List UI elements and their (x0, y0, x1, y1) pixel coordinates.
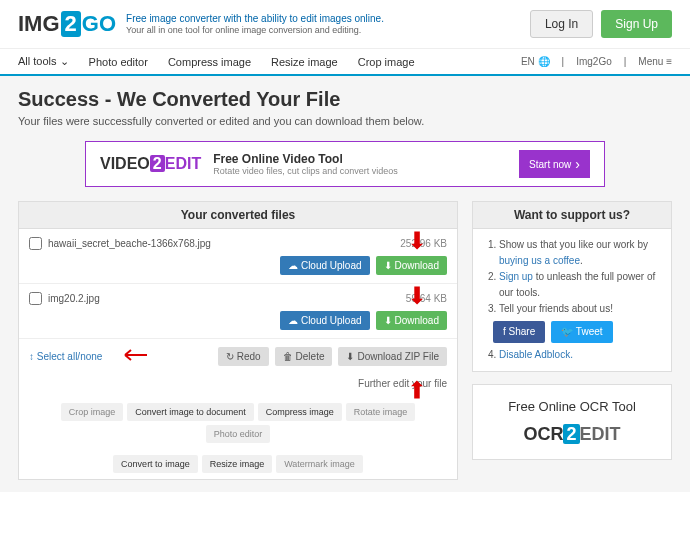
ocr-panel[interactable]: Free Online OCR Tool OCR2EDIT (472, 384, 672, 460)
columns: Your converted files hawaii_secret_beach… (18, 201, 672, 480)
page-title: Success - We Converted Your File (18, 88, 672, 111)
support-panel: Want to support us? Show us that you lik… (472, 201, 672, 372)
logo-two: 2 (61, 11, 81, 37)
download-icon: ⬇ (384, 315, 392, 326)
banner-title: Free Online Video Tool (213, 152, 398, 166)
adblock-link[interactable]: Disable Adblock. (499, 349, 573, 360)
chevron-right-icon: › (575, 156, 580, 172)
facebook-share-button[interactable]: f Share (493, 321, 545, 343)
nav: All tools ⌄ Photo editor Compress image … (0, 49, 690, 76)
file-row: img20.2.jpg 59.64 KB ☁Cloud Upload ⬇Down… (19, 284, 457, 339)
tagline-main: Free image converter with the ability to… (126, 12, 384, 25)
coffee-link[interactable]: buying us a coffee (499, 255, 580, 266)
redo-button[interactable]: ↻ Redo (218, 347, 269, 366)
banner-text: Free Online Video Tool Rotate video file… (213, 152, 398, 176)
tagline: Free image converter with the ability to… (126, 12, 384, 37)
banner-start-button[interactable]: Start now› (519, 150, 590, 178)
tool-watermark[interactable]: Watermark image (276, 455, 363, 473)
page-subtitle: Your files were successfully converted o… (18, 115, 672, 127)
file-name: hawaii_secret_beache-1366x768.jpg (48, 238, 211, 249)
support-item: Sign up to unleash the full power of our… (499, 269, 661, 301)
support-item: Show us that you like our work by buying… (499, 237, 661, 269)
tool-convert-doc[interactable]: Convert image to document (127, 403, 254, 421)
video-banner[interactable]: VIDEO2EDIT Free Online Video Tool Rotate… (85, 141, 605, 187)
header: IMG2GO Free image converter with the abi… (0, 0, 690, 49)
file-name: img20.2.jpg (48, 293, 100, 304)
ocr-title: Free Online OCR Tool (487, 399, 657, 414)
sidebar: Want to support us? Show us that you lik… (472, 201, 672, 480)
nav-lang[interactable]: EN 🌐 (521, 56, 550, 67)
nav-all-tools[interactable]: All tools ⌄ (18, 55, 69, 68)
file-row: hawaii_secret_beache-1366x768.jpg 252.96… (19, 229, 457, 284)
share-buttons: f Share 🐦 Tweet (483, 317, 661, 347)
file-checkbox[interactable] (29, 237, 42, 250)
support-header: Want to support us? (473, 202, 671, 229)
bulk-actions: ↕ Select all/none ↻ Redo 🗑 Delete ⬇ Down… (19, 339, 457, 374)
tool-compress[interactable]: Compress image (258, 403, 342, 421)
tagline-sub: Your all in one tool for online image co… (126, 25, 384, 37)
support-list: Show us that you like our work by buying… (473, 229, 671, 371)
files-header: Your converted files (19, 202, 457, 229)
content: Success - We Converted Your File Your fi… (0, 76, 690, 492)
banner-sub: Rotate video files, cut clips and conver… (213, 166, 398, 176)
file-size: 59.64 KB (406, 293, 447, 304)
further-edit-label: Further edit your file (19, 374, 457, 397)
download-button[interactable]: ⬇Download (376, 311, 447, 330)
nav-brand[interactable]: Img2Go (576, 56, 612, 67)
file-size: 252.96 KB (400, 238, 447, 249)
files-panel: Your converted files hawaii_secret_beach… (18, 201, 458, 480)
download-button[interactable]: ⬇Download (376, 256, 447, 275)
cloud-icon: ☁ (288, 315, 298, 326)
tool-photo-editor[interactable]: Photo editor (206, 425, 271, 443)
banner-logo: VIDEO2EDIT (100, 155, 201, 173)
logo-img: IMG (18, 11, 60, 37)
download-icon: ⬇ (384, 260, 392, 271)
nav-crop[interactable]: Crop image (358, 56, 415, 68)
support-item: Tell your friends about us! (499, 301, 661, 317)
signup-button[interactable]: Sign Up (601, 10, 672, 38)
login-button[interactable]: Log In (530, 10, 593, 38)
tool-rotate[interactable]: Rotate image (346, 403, 416, 421)
tool-convert-image[interactable]: Convert to image (113, 455, 198, 473)
cloud-upload-button[interactable]: ☁Cloud Upload (280, 256, 370, 275)
cloud-upload-button[interactable]: ☁Cloud Upload (280, 311, 370, 330)
select-all-link[interactable]: ↕ Select all/none (29, 351, 102, 362)
ocr-logo: OCR2EDIT (487, 424, 657, 445)
file-checkbox[interactable] (29, 292, 42, 305)
tool-crop[interactable]: Crop image (61, 403, 124, 421)
delete-button[interactable]: 🗑 Delete (275, 347, 333, 366)
logo-go: GO (82, 11, 116, 37)
cloud-icon: ☁ (288, 260, 298, 271)
logo[interactable]: IMG2GO (18, 11, 116, 37)
support-item: Disable Adblock. (499, 347, 661, 363)
annotation-arrow (119, 345, 149, 370)
twitter-tweet-button[interactable]: 🐦 Tweet (551, 321, 612, 343)
tool-row: Convert to image Resize image Watermark … (19, 449, 457, 479)
tool-row: Crop image Convert image to document Com… (19, 397, 457, 449)
nav-menu[interactable]: Menu ≡ (638, 56, 672, 67)
download-zip-button[interactable]: ⬇ Download ZIP File (338, 347, 447, 366)
header-right: Log In Sign Up (530, 10, 672, 38)
nav-resize[interactable]: Resize image (271, 56, 338, 68)
nav-compress[interactable]: Compress image (168, 56, 251, 68)
nav-photo-editor[interactable]: Photo editor (89, 56, 148, 68)
tool-resize[interactable]: Resize image (202, 455, 273, 473)
signup-link[interactable]: Sign up (499, 271, 533, 282)
nav-right: EN 🌐 | Img2Go | Menu ≡ (521, 56, 672, 67)
